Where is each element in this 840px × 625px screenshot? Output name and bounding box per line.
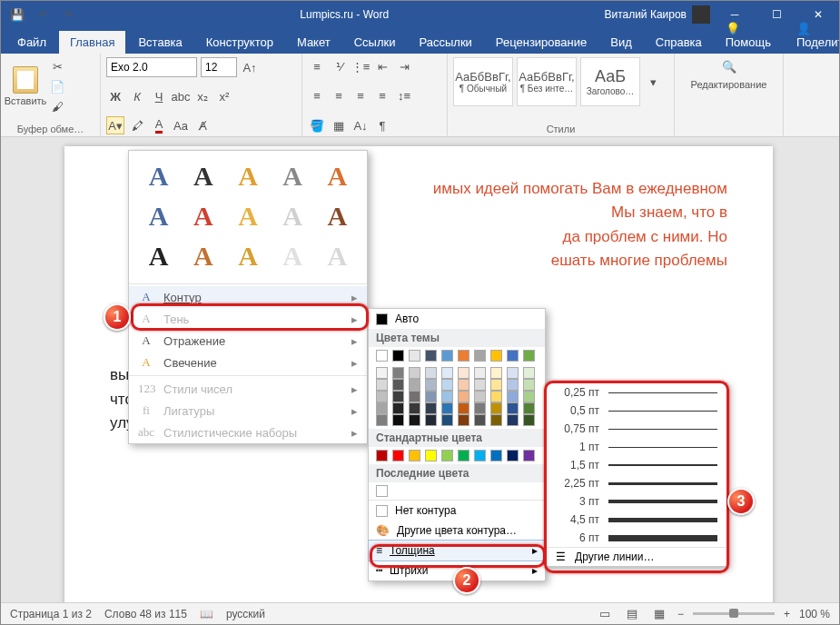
color-swatch[interactable] bbox=[458, 391, 469, 402]
color-swatch[interactable] bbox=[409, 350, 420, 362]
color-swatch[interactable] bbox=[441, 402, 453, 414]
color-swatch[interactable] bbox=[441, 367, 453, 379]
color-swatch[interactable] bbox=[441, 391, 453, 402]
color-swatch[interactable] bbox=[425, 414, 437, 426]
text-effect-preset[interactable]: A bbox=[181, 156, 225, 196]
clear-format-icon[interactable]: A̸ bbox=[193, 116, 212, 134]
color-swatch[interactable] bbox=[474, 367, 486, 379]
color-swatch[interactable] bbox=[392, 350, 404, 362]
save-icon[interactable]: 💾 bbox=[8, 5, 26, 24]
color-swatch[interactable] bbox=[507, 367, 519, 379]
font-size-input[interactable] bbox=[201, 57, 237, 77]
change-case-icon[interactable]: Aa bbox=[172, 116, 190, 134]
color-swatch[interactable] bbox=[392, 367, 404, 379]
text-effect-preset[interactable]: A bbox=[271, 156, 315, 196]
color-swatch[interactable] bbox=[376, 367, 388, 379]
color-swatch[interactable] bbox=[507, 402, 519, 414]
text-effects-icon[interactable]: A▾ bbox=[106, 116, 124, 134]
font-color-icon[interactable]: A bbox=[150, 116, 168, 134]
color-swatch[interactable] bbox=[490, 414, 502, 426]
color-swatch[interactable] bbox=[392, 402, 404, 414]
color-swatch[interactable] bbox=[441, 450, 453, 461]
outline-weight[interactable]: ≡Толщина▸ bbox=[368, 540, 546, 561]
color-swatch[interactable] bbox=[409, 379, 420, 391]
weight-option[interactable]: 0,5 пт bbox=[547, 402, 726, 420]
color-swatch[interactable] bbox=[490, 450, 502, 461]
color-swatch[interactable] bbox=[376, 391, 388, 402]
tab-view[interactable]: Вид bbox=[599, 31, 643, 54]
justify-icon[interactable]: ≡ bbox=[373, 87, 391, 105]
strike-icon[interactable]: abc bbox=[172, 88, 190, 106]
color-swatch[interactable] bbox=[507, 450, 519, 461]
weight-option[interactable]: 1 пт bbox=[547, 438, 726, 456]
text-effect-preset[interactable]: A bbox=[271, 236, 315, 276]
text-effect-preset[interactable]: A bbox=[225, 156, 270, 196]
color-swatch[interactable] bbox=[523, 367, 535, 379]
color-swatch[interactable] bbox=[523, 391, 535, 402]
weight-option[interactable]: 1,5 пт bbox=[547, 456, 726, 474]
underline-icon[interactable]: Ч bbox=[150, 88, 168, 106]
redo-icon[interactable]: ↷ bbox=[59, 5, 77, 24]
zoom-level[interactable]: 100 % bbox=[799, 608, 830, 620]
style-normal[interactable]: АаБбВвГг,¶ Обычный bbox=[453, 57, 513, 106]
weight-option[interactable]: 0,75 пт bbox=[547, 420, 726, 438]
style-heading1[interactable]: АаБЗаголово… bbox=[580, 57, 640, 106]
color-swatch[interactable] bbox=[425, 450, 437, 461]
fx-outline[interactable]: AКонтур▸ bbox=[129, 286, 367, 308]
more-colors[interactable]: 🎨Другие цвета контура… bbox=[369, 521, 545, 541]
tab-design[interactable]: Конструктор bbox=[195, 31, 284, 54]
color-swatch[interactable] bbox=[392, 391, 404, 402]
sub-icon[interactable]: x₂ bbox=[193, 88, 212, 106]
grow-font-icon[interactable]: A↑ bbox=[241, 58, 259, 76]
no-outline[interactable]: Нет контура bbox=[369, 501, 545, 521]
color-swatch[interactable] bbox=[490, 350, 502, 362]
more-lines[interactable]: ☰Другие линии… bbox=[547, 548, 726, 566]
text-effect-preset[interactable]: A bbox=[136, 196, 181, 236]
color-swatch[interactable] bbox=[425, 367, 437, 379]
color-swatch[interactable] bbox=[523, 402, 535, 414]
italic-icon[interactable]: К bbox=[128, 88, 146, 106]
text-effect-preset[interactable]: A bbox=[225, 236, 270, 276]
font-name-input[interactable] bbox=[106, 57, 197, 77]
status-words[interactable]: Слово 48 из 115 bbox=[104, 608, 187, 620]
text-effect-preset[interactable]: A bbox=[136, 236, 181, 276]
tab-file[interactable]: Файл bbox=[6, 31, 57, 54]
color-swatch[interactable] bbox=[474, 450, 486, 461]
styles-more-icon[interactable]: ▾ bbox=[644, 73, 662, 91]
color-swatch[interactable] bbox=[507, 350, 519, 362]
text-effect-preset[interactable]: A bbox=[136, 156, 181, 196]
color-swatch[interactable] bbox=[458, 450, 469, 461]
tab-insert[interactable]: Вставка bbox=[127, 31, 193, 54]
tab-help[interactable]: Справка bbox=[645, 31, 713, 54]
cut-icon[interactable]: ✂ bbox=[48, 57, 66, 75]
color-swatch[interactable] bbox=[376, 414, 388, 426]
text-effect-preset[interactable]: A bbox=[225, 196, 270, 236]
undo-icon[interactable]: ↶ bbox=[34, 5, 52, 24]
weight-option[interactable]: 0,25 пт bbox=[547, 383, 726, 402]
color-swatch[interactable] bbox=[425, 391, 437, 402]
color-swatch[interactable] bbox=[474, 350, 486, 362]
paste-button[interactable]: Вставить bbox=[6, 66, 44, 106]
weight-option[interactable]: 2,25 пт bbox=[547, 474, 726, 492]
fx-ligatures[interactable]: fiЛигатуры▸ bbox=[129, 400, 367, 422]
tab-layout[interactable]: Макет bbox=[286, 31, 341, 54]
weight-option[interactable]: 4,5 пт bbox=[547, 511, 726, 529]
color-swatch[interactable] bbox=[507, 379, 519, 391]
text-effect-preset[interactable]: A bbox=[181, 236, 225, 276]
find-icon[interactable]: 🔍 bbox=[720, 57, 738, 75]
line-spacing-icon[interactable]: ↕≡ bbox=[395, 87, 413, 105]
color-swatch[interactable] bbox=[490, 367, 502, 379]
zoom-out[interactable]: − bbox=[677, 608, 684, 620]
color-swatch[interactable] bbox=[441, 350, 453, 362]
text-effect-preset[interactable]: A bbox=[315, 236, 360, 276]
color-swatch[interactable] bbox=[409, 367, 420, 379]
color-swatch[interactable] bbox=[458, 414, 469, 426]
status-page[interactable]: Страница 1 из 2 bbox=[10, 608, 92, 620]
tab-refs[interactable]: Ссылки bbox=[343, 31, 407, 54]
tab-home[interactable]: Главная bbox=[59, 31, 125, 54]
color-swatch[interactable] bbox=[409, 402, 420, 414]
text-effect-preset[interactable]: A bbox=[181, 196, 225, 236]
color-swatch[interactable] bbox=[376, 350, 388, 362]
color-swatch[interactable] bbox=[441, 379, 453, 391]
color-swatch[interactable] bbox=[392, 450, 404, 461]
